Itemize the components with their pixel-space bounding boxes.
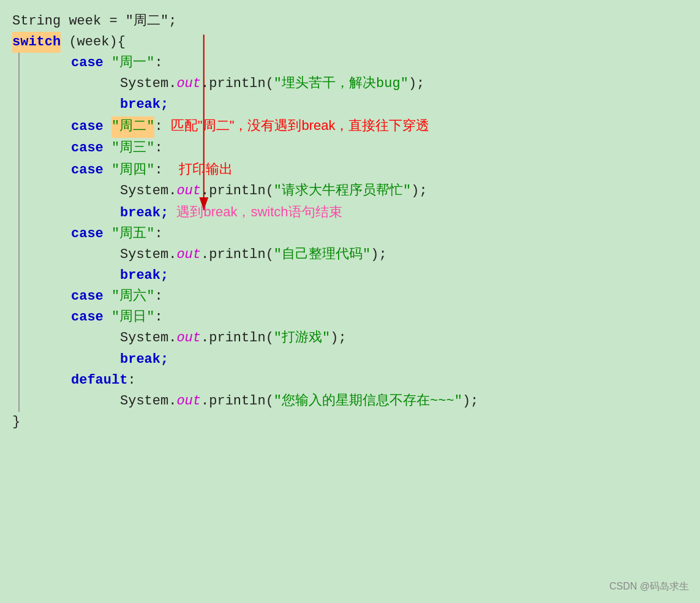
line-case2: case "周二": 匹配"周二"，没有遇到break，直接往下穿透 — [22, 115, 688, 137]
case5-string: "周五" — [111, 224, 154, 245]
arg3-string: "自己整理代码" — [274, 245, 371, 265]
break1-keyword: break; — [120, 94, 168, 115]
switch-keyword: switch — [12, 32, 61, 53]
arg4-string: "打游戏" — [274, 328, 330, 349]
case1-string: "周一" — [111, 53, 154, 74]
line-default: default: — [22, 370, 688, 391]
line-sys5: System.out.println("您输入的星期信息不存在~~~"); — [22, 391, 688, 412]
case5-keyword: case — [71, 224, 103, 245]
case4-string: "周四" — [111, 160, 154, 181]
case6-keyword: case — [71, 286, 103, 307]
line-case1: case "周一": — [22, 53, 688, 74]
line-break4: break; — [22, 349, 688, 370]
out1-method: out — [176, 74, 201, 94]
break2-annotation: 遇到break，switch语句结束 — [176, 202, 342, 222]
line-sys1: System.out.println("埋头苦干，解决bug"); — [22, 74, 688, 94]
code-block: String week = "周二"; switch (week){ case … — [12, 11, 688, 433]
line-break1: break; — [22, 94, 688, 115]
line-case5: case "周五": — [22, 224, 688, 245]
case1-keyword: case — [71, 53, 103, 74]
watermark: CSDN @码岛求生 — [609, 579, 689, 594]
arg5-string: "您输入的星期信息不存在~~~" — [274, 391, 462, 412]
break2-keyword: break; — [120, 203, 168, 224]
case2-annotation: 匹配"周二"，没有遇到break，直接往下穿透 — [171, 115, 430, 136]
line-sys2: System.out.println("请求大牛程序员帮忙"); — [22, 181, 688, 202]
case3-string: "周三" — [111, 138, 154, 159]
line-string-week: String week = "周二"; — [12, 11, 688, 32]
case4-keyword: case — [71, 160, 103, 181]
case4-annotation: 打印输出 — [179, 159, 233, 180]
case2-keyword: case — [71, 116, 103, 137]
line-case3: case "周三": — [22, 138, 688, 159]
case7-keyword: case — [71, 307, 103, 328]
out2-method: out — [176, 181, 201, 202]
switch-rest: (week){ — [61, 32, 126, 53]
line-sys4: System.out.println("打游戏"); — [22, 328, 688, 349]
line-case7: case "周日": — [22, 307, 688, 328]
out5-method: out — [176, 391, 201, 412]
arg1-string: "埋头苦干，解决bug" — [274, 74, 408, 94]
break3-keyword: break; — [120, 265, 168, 286]
code-text: String week = "周二"; — [12, 11, 176, 32]
line-closing: } — [12, 412, 688, 433]
case2-string: "周二" — [111, 116, 154, 137]
case6-string: "周六" — [111, 286, 154, 307]
break4-keyword: break; — [120, 349, 168, 370]
line-case6: case "周六": — [22, 286, 688, 307]
line-break3: break; — [22, 265, 688, 286]
default-keyword: default — [71, 370, 127, 391]
out3-method: out — [176, 245, 201, 265]
line-switch: switch (week){ — [12, 32, 688, 53]
out4-method: out — [176, 328, 201, 349]
line-case4: case "周四": 打印输出 — [22, 159, 688, 181]
closing-brace: } — [12, 412, 20, 433]
case3-keyword: case — [71, 138, 103, 159]
line-break2: break; 遇到break，switch语句结束 — [22, 202, 688, 224]
case7-string: "周日" — [111, 307, 154, 328]
arg2-string: "请求大牛程序员帮忙" — [274, 181, 411, 202]
line-sys3: System.out.println("自己整理代码"); — [22, 245, 688, 265]
